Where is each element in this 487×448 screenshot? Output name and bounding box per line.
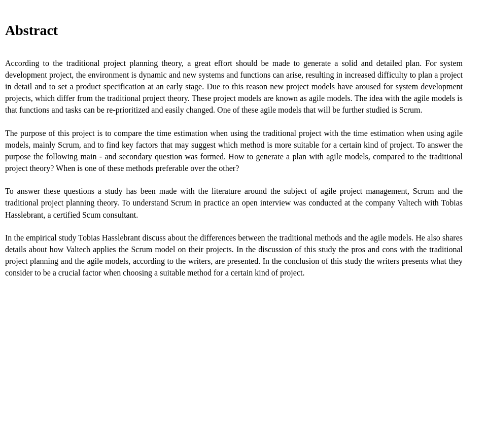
paragraph-1: According to the traditional project pla… [5,57,463,116]
page-title: Abstract [5,20,463,41]
paragraph-3: To answer these questions a study has be… [5,185,463,221]
paragraph-2: The purpose of this project is to compar… [5,127,463,175]
paragraph-4: In the empirical study Tobias Hasslebran… [5,232,463,279]
